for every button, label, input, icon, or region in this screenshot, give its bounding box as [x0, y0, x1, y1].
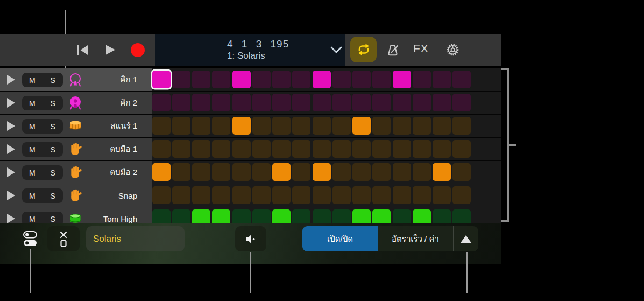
row-play-button[interactable] — [4, 212, 17, 223]
step-cell[interactable] — [192, 209, 210, 223]
step-cell[interactable] — [172, 117, 190, 135]
step-cell[interactable] — [452, 117, 471, 135]
step-cell[interactable] — [452, 186, 471, 204]
step-cell[interactable] — [332, 186, 351, 204]
step-cell[interactable] — [272, 117, 291, 135]
row-play-button[interactable] — [4, 96, 17, 110]
step-cell[interactable] — [352, 71, 371, 88]
step-cell[interactable] — [292, 209, 310, 223]
step-cell[interactable] — [352, 94, 371, 111]
step-cell[interactable] — [172, 71, 190, 88]
step-cell[interactable] — [313, 163, 331, 181]
track-header[interactable]: M S ตบมือ 1 — [0, 138, 152, 160]
step-cell[interactable] — [452, 71, 471, 88]
step-cell[interactable] — [372, 94, 391, 111]
solo-button[interactable]: S — [43, 165, 63, 180]
step-cell[interactable] — [292, 94, 310, 111]
step-cell[interactable] — [433, 117, 451, 135]
step-cell[interactable] — [413, 163, 431, 181]
step-cell[interactable] — [393, 140, 411, 158]
track-header[interactable]: M S คิก 1 — [0, 68, 152, 91]
play-button[interactable] — [104, 44, 117, 56]
step-cell[interactable] — [452, 163, 471, 181]
mute-button[interactable]: M — [22, 165, 43, 180]
volume-button[interactable] — [235, 226, 266, 251]
step-cell[interactable] — [252, 94, 271, 111]
lcd-display[interactable]: 4 1 3 195 1: Solaris — [155, 34, 345, 66]
step-cell[interactable] — [413, 94, 431, 111]
mute-button[interactable]: M — [22, 188, 43, 203]
step-cell[interactable] — [452, 209, 471, 223]
step-cell[interactable] — [272, 71, 291, 88]
step-cell[interactable] — [212, 71, 230, 88]
step-cell[interactable] — [452, 140, 471, 158]
pattern-name-field[interactable]: Solaris — [86, 226, 185, 251]
step-cell[interactable] — [372, 140, 391, 158]
step-cell[interactable] — [232, 186, 251, 204]
step-cell[interactable] — [413, 71, 431, 88]
step-cell[interactable] — [272, 186, 291, 204]
step-cell[interactable] — [352, 186, 371, 204]
step-cell[interactable] — [372, 163, 391, 181]
step-cell[interactable] — [152, 140, 171, 158]
step-cell[interactable] — [272, 140, 291, 158]
step-cell[interactable] — [352, 140, 371, 158]
expand-segment-button[interactable] — [453, 226, 478, 251]
on-off-segment[interactable]: เปิด/ปิด — [302, 226, 378, 251]
step-cell[interactable] — [172, 209, 190, 223]
track-header[interactable]: M S Tom High — [0, 207, 152, 223]
solo-button[interactable]: S — [43, 142, 63, 157]
step-cell[interactable] — [352, 117, 371, 135]
step-cell[interactable] — [413, 209, 431, 223]
step-cell[interactable] — [352, 209, 371, 223]
step-cell[interactable] — [372, 117, 391, 135]
step-cell[interactable] — [152, 117, 171, 135]
solo-button[interactable]: S — [43, 96, 63, 110]
step-cell[interactable] — [292, 163, 310, 181]
step-cell[interactable] — [393, 186, 411, 204]
step-cell[interactable] — [332, 94, 351, 111]
row-play-button[interactable] — [4, 188, 17, 202]
step-cell[interactable] — [313, 94, 331, 111]
step-cell[interactable] — [332, 163, 351, 181]
step-cell[interactable] — [272, 94, 291, 111]
step-cell[interactable] — [372, 71, 391, 88]
step-cell[interactable] — [232, 117, 251, 135]
step-cell[interactable] — [212, 163, 230, 181]
step-cell[interactable] — [152, 186, 171, 204]
step-cell[interactable] — [212, 94, 230, 111]
step-cell[interactable] — [413, 186, 431, 204]
step-cell[interactable] — [172, 140, 190, 158]
velocity-value-segment[interactable]: อัตราเร็ว / ค่า — [378, 226, 453, 251]
step-cell[interactable] — [192, 94, 210, 111]
step-cell[interactable] — [252, 71, 271, 88]
step-cell[interactable] — [433, 140, 451, 158]
step-cell[interactable] — [192, 186, 210, 204]
step-cell[interactable] — [452, 94, 471, 111]
step-cell[interactable] — [272, 209, 291, 223]
step-cell[interactable] — [192, 117, 210, 135]
step-cell[interactable] — [313, 140, 331, 158]
record-button[interactable] — [131, 43, 145, 57]
step-cell[interactable] — [393, 209, 411, 223]
step-cell[interactable] — [212, 186, 230, 204]
step-cell[interactable] — [152, 209, 171, 223]
step-cell[interactable] — [332, 140, 351, 158]
step-cell[interactable] — [152, 163, 171, 181]
step-cell[interactable] — [252, 209, 271, 223]
track-header[interactable]: M S สแนร์ 1 — [0, 115, 152, 137]
controls-toggles-button[interactable] — [23, 230, 38, 248]
step-cell[interactable] — [313, 186, 331, 204]
mute-button[interactable]: M — [22, 142, 43, 157]
step-cell[interactable] — [172, 163, 190, 181]
step-cell[interactable] — [433, 186, 451, 204]
row-play-button[interactable] — [4, 142, 17, 156]
step-cell[interactable] — [313, 71, 331, 88]
step-cell[interactable] — [192, 71, 210, 88]
track-header[interactable]: M S คิก 2 — [0, 92, 152, 114]
step-cell[interactable] — [413, 140, 431, 158]
step-cell[interactable] — [252, 186, 271, 204]
mute-button[interactable]: M — [22, 96, 43, 110]
row-play-button[interactable] — [4, 165, 17, 179]
solo-button[interactable]: S — [43, 188, 63, 203]
